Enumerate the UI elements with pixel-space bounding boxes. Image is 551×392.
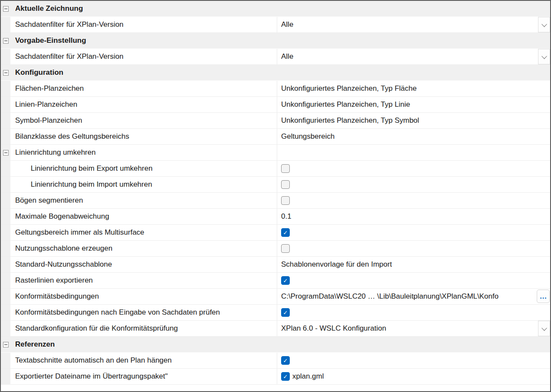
property-label: Standard-Nutzungsschablone xyxy=(10,257,277,272)
checkbox-unchecked[interactable] xyxy=(281,244,290,253)
check-icon: ✓ xyxy=(283,358,288,363)
section-gutter xyxy=(1,65,10,80)
property-label: Linienrichtung beim Export umkehren xyxy=(10,161,277,176)
property-value[interactable]: C:\ProgramData\WSLC20 … \Lib\Bauleitplan… xyxy=(281,292,513,301)
dropdown-button[interactable] xyxy=(538,321,550,336)
property-label: Sachdatenfilter für XPlan-Version xyxy=(10,17,277,32)
section-title: Konfiguration xyxy=(10,65,550,80)
collapse-icon[interactable] xyxy=(3,342,9,347)
property-label: Textabschnitte automatisch an den Plan h… xyxy=(10,353,277,368)
property-label: Nutzungsschablone erzeugen xyxy=(10,241,277,256)
section-header[interactable]: Referenzen xyxy=(1,337,550,353)
checkbox-unchecked[interactable] xyxy=(281,180,290,189)
property-value-cell[interactable]: 0.1 xyxy=(277,209,550,224)
collapse-icon[interactable] xyxy=(3,70,9,76)
property-value[interactable]: XPlan 6.0 - WSLC Konfiguration xyxy=(281,324,386,333)
collapse-minus-glyph xyxy=(4,153,7,153)
checkbox-checked[interactable]: ✓ xyxy=(281,308,290,317)
property-label: Exportierter Dateiname im Übertragungspa… xyxy=(10,369,277,384)
checkbox-checked[interactable]: ✓ xyxy=(281,228,290,237)
chevron-down-icon xyxy=(541,325,547,331)
row-gutter xyxy=(1,305,10,320)
property-value-cell[interactable]: Alle xyxy=(277,49,550,64)
property-row: Symbol-PlanzeichenUnkonfiguriertes Planz… xyxy=(1,113,550,129)
property-value-cell[interactable]: ✓xplan.gml xyxy=(277,369,550,384)
property-grid: Aktuelle ZeichnungSachdatenfilter für XP… xyxy=(1,1,550,385)
property-value-cell[interactable]: Alle xyxy=(277,17,550,32)
property-value-cell[interactable] xyxy=(277,241,550,256)
collapse-icon[interactable] xyxy=(3,38,9,44)
property-row: Rasterlinien exportieren✓ xyxy=(1,273,550,289)
collapse-minus-glyph xyxy=(4,41,7,41)
section-header[interactable]: Aktuelle Zeichnung xyxy=(1,1,550,17)
row-gutter xyxy=(1,257,10,272)
property-label: Flächen-Planzeichen xyxy=(10,81,277,96)
property-value-cell[interactable]: ✓ xyxy=(277,225,550,240)
row-gutter xyxy=(1,17,10,32)
property-value[interactable]: Unkonfiguriertes Planzeichen, Typ Symbol xyxy=(281,116,419,125)
property-row: Maximale Bogenabweichung0.1 xyxy=(1,209,550,225)
property-label: Konformitätsbedingungen nach Eingabe von… xyxy=(10,305,277,320)
checkbox-checked[interactable]: ✓ xyxy=(281,372,290,381)
property-value-cell[interactable]: C:\ProgramData\WSLC20 … \Lib\Bauleitplan… xyxy=(277,289,550,304)
property-value-cell[interactable]: Unkonfiguriertes Planzeichen, Typ Symbol xyxy=(277,113,550,128)
property-row: Linien-PlanzeichenUnkonfiguriertes Planz… xyxy=(1,97,550,113)
row-gutter xyxy=(1,113,10,128)
property-row: Standardkonfiguration für die Konformitä… xyxy=(1,321,550,337)
property-value-cell[interactable]: ✓ xyxy=(277,305,550,320)
property-row: Exportierter Dateiname im Übertragungspa… xyxy=(1,369,550,385)
row-gutter xyxy=(1,209,10,224)
row-gutter xyxy=(1,129,10,144)
chevron-down-icon xyxy=(541,21,547,27)
checkbox-checked[interactable]: ✓ xyxy=(281,276,290,285)
row-gutter xyxy=(1,177,10,192)
collapse-icon[interactable] xyxy=(3,6,9,12)
checkbox-unchecked[interactable] xyxy=(281,164,290,173)
property-value[interactable]: Schablonenvorlage für den Import xyxy=(281,260,392,269)
section-title: Referenzen xyxy=(10,337,550,352)
property-label: Linien-Planzeichen xyxy=(10,97,277,112)
property-value-cell[interactable]: Geltungsbereich xyxy=(277,129,550,144)
row-gutter xyxy=(1,145,10,160)
property-value-cell[interactable] xyxy=(277,177,550,192)
property-value[interactable]: Unkonfiguriertes Planzeichen, Typ Linie xyxy=(281,100,410,109)
property-value[interactable]: Alle xyxy=(281,52,293,61)
property-row: Konformitätsbedingungen nach Eingabe von… xyxy=(1,305,550,321)
property-row: Nutzungsschablone erzeugen xyxy=(1,241,550,257)
row-gutter xyxy=(1,193,10,208)
section-gutter xyxy=(1,1,10,16)
dropdown-button[interactable] xyxy=(538,49,550,64)
property-value-cell[interactable]: XPlan 6.0 - WSLC Konfiguration xyxy=(277,321,550,336)
property-label: Sachdatenfilter für XPlan-Version xyxy=(10,49,277,64)
property-value-cell[interactable] xyxy=(277,193,550,208)
checkbox-checked[interactable]: ✓ xyxy=(281,356,290,365)
property-value[interactable]: 0.1 xyxy=(281,212,292,221)
dropdown-button[interactable] xyxy=(538,17,550,32)
property-row: Bögen segmentieren xyxy=(1,193,550,209)
section-header[interactable]: Vorgabe-Einstellung xyxy=(1,33,550,49)
property-value[interactable]: xplan.gml xyxy=(292,372,324,381)
section-header[interactable]: Konfiguration xyxy=(1,65,550,81)
row-gutter xyxy=(1,81,10,96)
property-value-cell[interactable]: ✓ xyxy=(277,353,550,368)
property-value-cell[interactable]: Unkonfiguriertes Planzeichen, Typ Fläche xyxy=(277,81,550,96)
row-gutter xyxy=(1,353,10,368)
property-value-cell xyxy=(277,145,550,160)
checkbox-unchecked[interactable] xyxy=(281,196,290,205)
property-label: Rasterlinien exportieren xyxy=(10,273,277,288)
section-title: Vorgabe-Einstellung xyxy=(10,33,550,48)
property-value[interactable]: Geltungsbereich xyxy=(281,132,335,141)
property-value-cell[interactable] xyxy=(277,161,550,176)
collapse-icon[interactable] xyxy=(3,150,9,156)
property-row: Bilanzklasse des GeltungsbereichsGeltung… xyxy=(1,129,550,145)
browse-button[interactable]: … xyxy=(537,290,550,303)
property-row: KonformitätsbedingungenC:\ProgramData\WS… xyxy=(1,289,550,305)
property-value-cell[interactable]: ✓ xyxy=(277,273,550,288)
property-value[interactable]: Alle xyxy=(281,20,293,29)
property-value-cell[interactable]: Schablonenvorlage für den Import xyxy=(277,257,550,272)
property-value[interactable]: Unkonfiguriertes Planzeichen, Typ Fläche xyxy=(281,84,416,93)
section-title: Aktuelle Zeichnung xyxy=(10,1,550,16)
property-label: Bilanzklasse des Geltungsbereichs xyxy=(10,129,277,144)
row-gutter xyxy=(1,225,10,240)
property-value-cell[interactable]: Unkonfiguriertes Planzeichen, Typ Linie xyxy=(277,97,550,112)
